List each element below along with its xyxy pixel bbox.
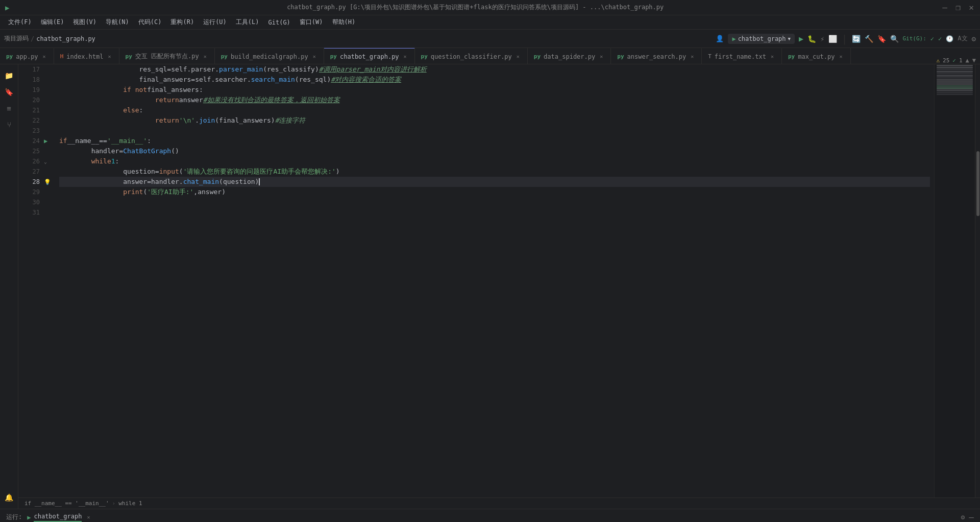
stop-btn[interactable]: ⬜ [828, 35, 837, 43]
up-arrow-icon[interactable]: ▲ [966, 57, 969, 64]
menu-git[interactable]: Git(G) [264, 17, 295, 28]
run-config-tab[interactable]: chatbot_graph [34, 513, 82, 522]
tab-spider[interactable]: py data_spider.py ✕ [528, 48, 611, 64]
gutter-20 [44, 95, 55, 105]
menu-view[interactable]: 视图(V) [69, 16, 101, 28]
sidebar-notifications-icon[interactable]: 🔔 [2, 490, 16, 505]
code-line-29: print ( '医疗AI助手:' , answer ) [59, 187, 930, 197]
bulb-gutter-icon[interactable]: 💡 [44, 179, 51, 185]
tab-interact-close[interactable]: ✕ [202, 53, 208, 60]
search-btn[interactable]: 🔍 [890, 35, 899, 43]
tab-chatbot-close[interactable]: ✕ [402, 53, 408, 60]
menu-help[interactable]: 帮助(H) [328, 16, 360, 28]
line-22: 22 [22, 115, 40, 126]
coverage-btn[interactable]: ⚡ [820, 35, 824, 43]
gutter-18 [44, 75, 55, 85]
close-btn[interactable]: ✕ [968, 4, 975, 11]
tab-build[interactable]: py build_medicalgraph.py ✕ [215, 48, 324, 64]
menu-file[interactable]: 文件(F) [4, 16, 36, 28]
check-icon: ✓ [952, 57, 956, 64]
sidebar-git-icon[interactable]: ⑂ [2, 117, 16, 132]
settings-btn[interactable]: ⚙ [972, 35, 976, 43]
code-line-21: else : [59, 105, 930, 115]
breadcrumb-project[interactable]: 项目源码 [4, 34, 29, 43]
gutter-29 [44, 187, 55, 197]
build-btn[interactable]: 🔨 [865, 35, 873, 43]
menu-navigate[interactable]: 导航(N) [102, 16, 133, 28]
toolbar: 项目源码 / chatbot_graph.py 👤 ▶ chatbot_grap… [0, 30, 980, 48]
line-29: 29 [22, 187, 40, 197]
code-editor[interactable]: res_sql = self . parser . parser_main ( … [55, 64, 934, 497]
window-controls: — ❐ ✕ [941, 4, 975, 11]
tab-classifier-close[interactable]: ✕ [515, 53, 521, 60]
line-23: 23 [22, 126, 40, 136]
line-28: 28 [22, 177, 40, 187]
menu-edit[interactable]: 编辑(E) [37, 16, 68, 28]
fold-gutter-icon[interactable]: ⌄ [44, 159, 47, 164]
gutter-17 [44, 64, 55, 75]
tab-chatbot[interactable]: py chatbot_graph.py ✕ [324, 48, 415, 64]
tab-app-close[interactable]: ✕ [41, 53, 47, 60]
debug-btn[interactable]: 🐛 [807, 35, 816, 43]
tab-classifier[interactable]: py question_classifier.py ✕ [415, 48, 528, 64]
tab-index[interactable]: H index.html ✕ [54, 48, 119, 64]
cursor [259, 178, 260, 185]
sidebar-bookmark-icon[interactable]: 🔖 [2, 85, 16, 99]
bookmark-btn[interactable]: 🔖 [877, 35, 886, 43]
tab-spider-close[interactable]: ✕ [598, 53, 604, 60]
run-panel-header: 运行: ▶ chatbot_graph ✕ ⚙ — [0, 509, 980, 522]
run-config-name: chatbot_graph [738, 35, 786, 42]
gutter-28[interactable]: 💡 [44, 177, 55, 187]
run-config-dropdown[interactable]: ▶ chatbot_graph ▼ [728, 34, 795, 44]
run-settings-icon[interactable]: ⚙ [961, 513, 965, 521]
run-gutter-icon[interactable]: ▶ [44, 137, 47, 145]
breadcrumb-while[interactable]: while 1 [118, 500, 142, 507]
run-btn[interactable]: ▶ [799, 34, 803, 43]
tab-interact[interactable]: py 交互 匹配所有节点.py ✕ [119, 48, 215, 64]
line-24: 24 [22, 136, 40, 146]
tab-maxcut[interactable]: py max_cut.py ✕ [782, 48, 851, 64]
tab-maxcut-label: max_cut.py [798, 53, 835, 60]
checks-count: 1 [959, 57, 963, 64]
minimize-btn[interactable]: — [941, 4, 948, 11]
tab-answer-close[interactable]: ✕ [689, 53, 695, 60]
warning-icon: ⚠ [936, 57, 940, 64]
code-line-20: return answer #如果没有找到合适的最终答案，返回初始答案 [59, 95, 930, 105]
run-tab-close[interactable]: ✕ [87, 514, 90, 520]
scrollbar-thumb[interactable] [976, 151, 979, 216]
tab-app[interactable]: py app.py ✕ [0, 48, 54, 64]
tab-firstname-close[interactable]: ✕ [769, 53, 775, 60]
gutter-24[interactable]: ▶ [44, 136, 55, 146]
tab-firstname-label: first_name.txt [715, 53, 766, 60]
tab-maxcut-close[interactable]: ✕ [838, 53, 844, 60]
scrollbar-track [975, 64, 980, 497]
sidebar-structure-icon[interactable]: ≡ [2, 101, 16, 115]
code-line-28: answer = handler . chat_main ( question … [59, 177, 930, 187]
breadcrumb-file[interactable]: chatbot_graph.py [36, 35, 95, 42]
run-minimize-icon[interactable]: — [969, 512, 974, 522]
sidebar-project-icon[interactable]: 📁 [2, 68, 16, 83]
menu-window[interactable]: 窗口(W) [296, 16, 327, 28]
tab-interact-label: 交互 匹配所有节点.py [135, 52, 199, 61]
tab-chatbot-label: chatbot_graph.py [340, 53, 399, 60]
code-line-19: if not final_answers : [59, 85, 930, 95]
menu-run[interactable]: 运行(U) [199, 16, 231, 28]
tab-classifier-label: question_classifier.py [431, 53, 512, 60]
translate-icon: A文 [958, 34, 967, 43]
menu-code[interactable]: 代码(C) [134, 16, 166, 28]
down-arrow-icon[interactable]: ▼ [972, 57, 976, 64]
maximize-btn[interactable]: ❐ [954, 4, 962, 11]
menu-refactor[interactable]: 重构(R) [166, 16, 198, 28]
tab-answer[interactable]: py answer_search.py ✕ [611, 48, 702, 64]
tab-build-close[interactable]: ✕ [311, 53, 317, 60]
tab-firstname[interactable]: T first_name.txt ✕ [702, 48, 782, 64]
code-line-18: final_answers = self . searcher . search… [59, 75, 930, 85]
menu-tools[interactable]: 工具(L) [232, 16, 263, 28]
tab-index-close[interactable]: ✕ [107, 53, 113, 60]
scrollbar[interactable] [975, 64, 980, 497]
breadcrumb-main-check[interactable]: if __name__ == '__main__' [24, 500, 109, 507]
line-26: 26 [22, 156, 40, 167]
gutter-25 [44, 146, 55, 156]
separator: | [841, 33, 847, 45]
sync-btn[interactable]: 🔄 [852, 35, 861, 43]
